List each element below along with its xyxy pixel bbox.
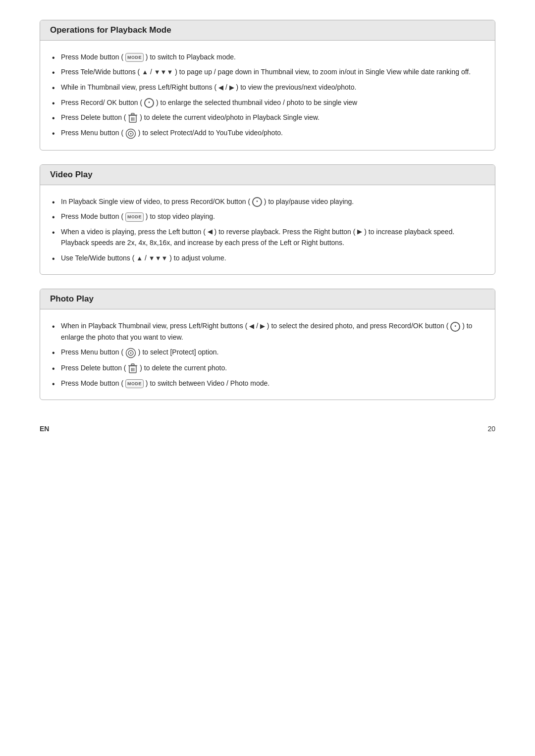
videoplay-list: In Playback Single view of video, to pre…	[52, 194, 483, 266]
right-icon: ▶	[357, 227, 362, 237]
section-playback-body: Press Mode button ( MODE ) to switch to …	[40, 41, 495, 150]
section-playback-title: Operations for Playback Mode	[40, 20, 495, 41]
delete-icon	[128, 112, 138, 123]
svg-rect-2	[131, 113, 134, 115]
right-icon: ▶	[229, 83, 234, 93]
list-item: While in Thumbnail view, press Left/Righ…	[52, 80, 483, 95]
wide-icon: ▼▼▼	[149, 253, 168, 264]
mode-icon: MODE	[125, 212, 144, 221]
list-item: Press Record/ OK button ( ) to enlarge t…	[52, 95, 483, 110]
list-item: Press Menu button ( ) to select Protect/…	[52, 125, 483, 141]
footer-page: 20	[487, 425, 495, 433]
list-item: Press Mode button ( MODE ) to switch bet…	[52, 376, 483, 391]
page-content: Operations for Playback Mode Press Mode …	[40, 20, 495, 400]
list-item: Press Mode button ( MODE ) to switch to …	[52, 50, 483, 64]
ok-icon	[252, 197, 262, 207]
playback-list: Press Mode button ( MODE ) to switch to …	[52, 50, 483, 141]
section-photoplay-body: When in Playback Thumbnail view, press L…	[40, 309, 495, 400]
left-icon: ◀	[218, 83, 223, 93]
menu-icon	[125, 348, 136, 358]
footer-lang: EN	[40, 425, 49, 433]
list-item: Press Mode button ( MODE ) to stop video…	[52, 209, 483, 224]
ok-icon	[144, 98, 154, 108]
right-icon: ▶	[260, 321, 265, 332]
section-playback: Operations for Playback Mode Press Mode …	[40, 20, 495, 151]
wide-icon: ▼▼▼	[154, 67, 173, 78]
left-icon: ◀	[249, 321, 254, 332]
mode-icon: MODE	[125, 53, 144, 62]
tele-icon: ▲	[142, 67, 148, 78]
mode-icon: MODE	[125, 379, 144, 388]
section-videoplay-title: Video Play	[40, 165, 495, 185]
section-videoplay: Video Play In Playback Single view of vi…	[40, 164, 495, 275]
svg-rect-12	[131, 364, 134, 365]
svg-point-7	[130, 133, 131, 134]
footer: EN 20	[40, 420, 495, 433]
section-videoplay-body: In Playback Single view of video, to pre…	[40, 185, 495, 275]
list-item: Press Menu button ( ) to select [Protect…	[52, 345, 483, 360]
svg-point-9	[130, 352, 131, 353]
delete-icon	[128, 363, 138, 374]
menu-icon	[125, 128, 136, 139]
list-item: In Playback Single view of video, to pre…	[52, 194, 483, 209]
list-item: Press Delete button ( ) to delete the cu…	[52, 110, 483, 125]
list-item: Press Delete button ( ) to delete the cu…	[52, 360, 483, 376]
list-item: When a video is playing, press the Left …	[52, 224, 483, 251]
photoplay-list: When in Playback Thumbnail view, press L…	[52, 318, 483, 391]
ok-icon	[450, 322, 460, 332]
section-photoplay-title: Photo Play	[40, 289, 495, 309]
list-item: Press Tele/Wide buttons ( ▲ / ▼▼▼ ) to p…	[52, 64, 483, 80]
left-icon: ◀	[208, 227, 213, 237]
list-item: Use Tele/Wide buttons ( ▲ / ▼▼▼ ) to adj…	[52, 251, 483, 266]
tele-icon: ▲	[136, 253, 143, 264]
list-item: When in Playback Thumbnail view, press L…	[52, 318, 483, 345]
section-photoplay: Photo Play When in Playback Thumbnail vi…	[40, 289, 495, 400]
